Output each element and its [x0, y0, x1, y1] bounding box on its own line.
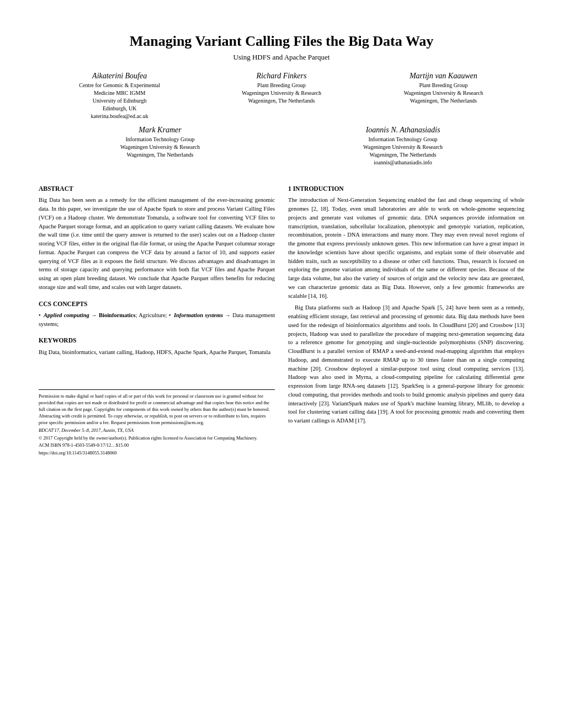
author-1: Aikaterini Boufea Centre for Genomic & E… [39, 72, 200, 120]
abstract-heading: ABSTRACT [39, 184, 275, 194]
left-column: ABSTRACT Big Data has been seen as a rem… [39, 176, 275, 458]
author-2-detail: Plant Breeding Group Wageningen Universi… [206, 82, 357, 105]
footnote-line3: © 2017 Copyright held by the owner/autho… [39, 435, 275, 442]
keywords-heading: KEYWORDS [39, 336, 275, 345]
author-5: Ioannis N. Athanasiadis Information Tech… [282, 126, 524, 167]
intro-para-1: The introduction of Next-Generation Sequ… [288, 196, 524, 300]
subtitle: Using HDFS and Apache Parquet [39, 53, 524, 62]
author-2: Richard Finkers Plant Breeding Group Wag… [200, 72, 362, 120]
author-5-detail: Information Technology Group Wageningen … [287, 136, 519, 167]
author-4: Mark Kramer Information Technology Group… [39, 126, 282, 167]
intro-heading: 1 INTRODUCTION [288, 184, 524, 194]
two-column-body: ABSTRACT Big Data has been seen as a rem… [39, 176, 524, 458]
authors-row-1: Aikaterini Boufea Centre for Genomic & E… [39, 72, 524, 120]
ccs-heading: CCS CONCEPTS [39, 299, 275, 309]
author-1-detail: Centre for Genomic & Experimental Medici… [44, 82, 195, 120]
author-5-name: Ioannis N. Athanasiadis [287, 126, 519, 135]
author-3-name: Martijn van Kaauwen [368, 72, 519, 81]
footnote-line4: ACM ISBN 978-1-4503-5549-0/17/12…$15.00 [39, 442, 275, 449]
intro-para-2: Big Data platforms such as Hadoop [3] an… [288, 303, 524, 425]
main-title: Managing Variant Calling Files the Big D… [39, 33, 524, 50]
page: Managing Variant Calling Files the Big D… [0, 0, 563, 728]
footnote-line1: Permission to make digital or hard copie… [39, 393, 275, 426]
authors-row-2: Mark Kramer Information Technology Group… [39, 126, 524, 167]
footnote-section: Permission to make digital or hard copie… [39, 389, 275, 457]
author-3: Martijn van Kaauwen Plant Breeding Group… [363, 72, 524, 120]
footnote-line2: BDCAT'17, December 5–8, 2017, Austin, TX… [39, 427, 275, 434]
author-1-name: Aikaterini Boufea [44, 72, 195, 81]
footnote-line5: https://doi.org/10.1145/3148055.3148060 [39, 450, 275, 457]
author-3-detail: Plant Breeding Group Wageningen Universi… [368, 82, 519, 105]
abstract-text: Big Data has been seen as a remedy for t… [39, 196, 275, 291]
right-column: 1 INTRODUCTION The introduction of Next-… [288, 176, 524, 458]
ccs-text: • Applied computing → Bioinformatics; Ag… [39, 311, 275, 329]
author-4-name: Mark Kramer [44, 126, 276, 135]
title-section: Managing Variant Calling Files the Big D… [39, 33, 524, 62]
author-4-detail: Information Technology Group Wageningen … [44, 136, 276, 159]
keywords-text: Big Data, bioinformatics, variant callin… [39, 348, 275, 357]
author-2-name: Richard Finkers [206, 72, 357, 81]
